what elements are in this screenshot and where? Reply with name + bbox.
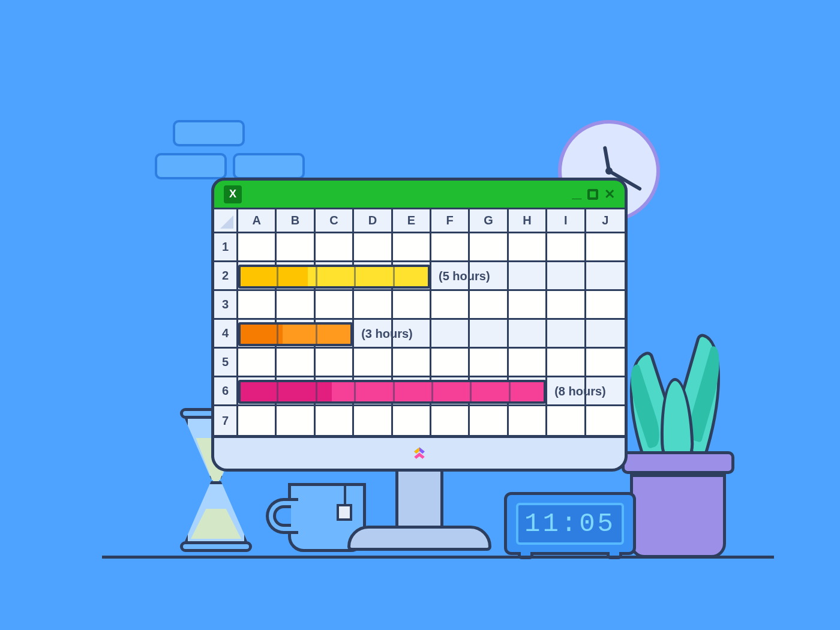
column-header[interactable]: H <box>509 209 547 233</box>
column-header[interactable]: J <box>586 209 625 233</box>
minimize-button[interactable]: _ <box>572 184 581 200</box>
spreadsheet-cell[interactable] <box>586 349 625 377</box>
maximize-button[interactable] <box>587 189 598 200</box>
window-controls: _ ✕ <box>572 186 615 203</box>
spreadsheet-cell[interactable] <box>547 406 586 435</box>
wall-brick <box>233 153 305 179</box>
column-header[interactable]: F <box>431 209 470 233</box>
clickup-logo-icon <box>411 445 428 462</box>
spreadsheet-cell[interactable] <box>277 291 315 320</box>
spreadsheet-cell[interactable] <box>277 233 315 262</box>
spreadsheet-cell[interactable] <box>354 233 392 262</box>
row-header[interactable]: 3 <box>214 291 238 320</box>
column-header[interactable]: I <box>547 209 586 233</box>
column-header[interactable]: D <box>354 209 392 233</box>
spreadsheet-cell[interactable] <box>238 233 277 262</box>
spreadsheet-cell[interactable] <box>316 406 354 435</box>
spreadsheet-cell[interactable] <box>316 233 354 262</box>
column-header[interactable]: B <box>277 209 315 233</box>
column-header[interactable]: G <box>470 209 508 233</box>
spreadsheet-cell[interactable] <box>547 291 586 320</box>
spreadsheet-cell[interactable] <box>470 349 508 377</box>
spreadsheet-cell[interactable] <box>547 349 586 377</box>
spreadsheet-cell[interactable] <box>238 406 277 435</box>
excel-app-icon: X <box>224 185 242 203</box>
spreadsheet-cell[interactable] <box>586 291 625 320</box>
column-header[interactable]: A <box>238 209 277 233</box>
spreadsheet-cell[interactable] <box>316 291 354 320</box>
spreadsheet-cell[interactable] <box>470 406 508 435</box>
monitor: X _ ✕ ABCDEFGHIJ1234567(5 hours)(3 hours… <box>211 178 628 472</box>
spreadsheet-cell[interactable] <box>238 349 277 377</box>
spreadsheet-cell[interactable] <box>354 291 392 320</box>
gantt-bar-row: (3 hours) <box>238 320 625 349</box>
spreadsheet-cell[interactable] <box>509 349 547 377</box>
row-header[interactable]: 7 <box>214 406 238 435</box>
row-header[interactable]: 2 <box>214 262 238 291</box>
excel-app-icon-letter: X <box>229 188 236 200</box>
spreadsheet-cell[interactable] <box>393 349 431 377</box>
spreadsheet-cell[interactable] <box>393 233 431 262</box>
wall-brick <box>155 153 227 179</box>
spreadsheet-cell[interactable] <box>354 349 392 377</box>
select-all-corner[interactable] <box>214 209 238 233</box>
spreadsheet-cell[interactable] <box>393 291 431 320</box>
column-header[interactable]: C <box>316 209 354 233</box>
monitor-chin <box>211 438 628 472</box>
spreadsheet-cell[interactable] <box>277 349 315 377</box>
gantt-bar[interactable] <box>238 322 353 346</box>
spreadsheet-cell[interactable] <box>393 406 431 435</box>
spreadsheet-cell[interactable] <box>509 291 547 320</box>
spreadsheet-cell[interactable] <box>316 349 354 377</box>
spreadsheet-cell[interactable] <box>470 291 508 320</box>
spreadsheet-cell[interactable] <box>431 406 470 435</box>
spreadsheet-cell[interactable] <box>354 406 392 435</box>
desk-surface <box>102 556 774 559</box>
gantt-bar-label: (5 hours) <box>439 269 490 283</box>
spreadsheet-cell[interactable] <box>431 349 470 377</box>
spreadsheet-cell[interactable] <box>277 406 315 435</box>
spreadsheet-cell[interactable] <box>509 233 547 262</box>
column-header[interactable]: E <box>393 209 431 233</box>
spreadsheet-cell[interactable] <box>431 233 470 262</box>
monitor-stand <box>395 472 443 532</box>
window-titlebar: X _ ✕ <box>211 178 628 208</box>
gantt-bar-row: (8 hours) <box>238 377 625 406</box>
spreadsheet-cell[interactable] <box>470 233 508 262</box>
spreadsheet-cell[interactable] <box>431 291 470 320</box>
digital-clock-time: 11:05 <box>516 503 624 545</box>
spreadsheet-cell[interactable] <box>586 233 625 262</box>
wall-brick <box>173 120 245 146</box>
row-header[interactable]: 4 <box>214 320 238 349</box>
spreadsheet-grid[interactable]: ABCDEFGHIJ1234567(5 hours)(3 hours)(8 ho… <box>211 208 628 438</box>
gantt-bar-label: (8 hours) <box>554 385 606 398</box>
spreadsheet-cell[interactable] <box>509 406 547 435</box>
row-header[interactable]: 1 <box>214 233 238 262</box>
row-header[interactable]: 6 <box>214 377 238 406</box>
gantt-bar[interactable] <box>238 380 546 404</box>
gantt-bar-row: (5 hours) <box>238 262 625 291</box>
plant-icon <box>618 318 738 558</box>
spreadsheet-cell[interactable] <box>586 406 625 435</box>
spreadsheet-cell[interactable] <box>238 291 277 320</box>
gantt-bar[interactable] <box>238 265 430 289</box>
close-button[interactable]: ✕ <box>604 188 615 201</box>
gantt-bar-label: (3 hours) <box>361 327 413 341</box>
spreadsheet-cell[interactable] <box>547 233 586 262</box>
digital-clock: 11:05 <box>504 492 636 555</box>
row-header[interactable]: 5 <box>214 349 238 377</box>
monitor-base <box>347 526 491 551</box>
